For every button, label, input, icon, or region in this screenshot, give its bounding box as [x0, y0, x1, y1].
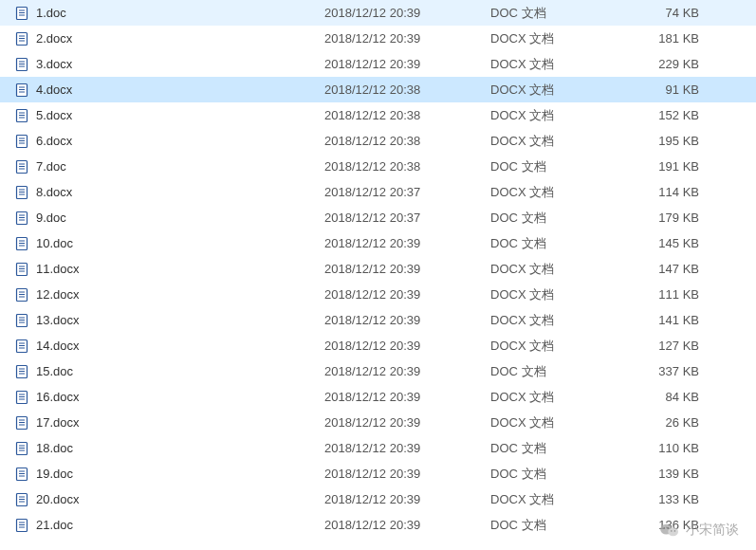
file-size: 179 KB [614, 211, 718, 225]
file-date: 2018/12/12 20:39 [324, 364, 490, 378]
file-name: 15.doc [32, 364, 324, 378]
file-row[interactable]: 5.docx2018/12/12 20:38DOCX 文档152 KB [0, 102, 756, 128]
file-type: DOCX 文档 [490, 82, 614, 99]
file-row[interactable]: 2.docx2018/12/12 20:39DOCX 文档181 KB [0, 26, 756, 51]
file-type: DOC 文档 [490, 210, 614, 227]
file-row[interactable]: 10.doc2018/12/12 20:39DOC 文档145 KB [0, 230, 756, 256]
file-row[interactable]: 15.doc2018/12/12 20:39DOC 文档337 KB [0, 358, 756, 384]
file-name: 13.docx [32, 313, 324, 327]
file-date: 2018/12/12 20:39 [324, 31, 490, 46]
file-list: 1.doc2018/12/12 20:39DOC 文档74 KB 2.docx2… [0, 0, 756, 538]
file-row[interactable]: 1.doc2018/12/12 20:39DOC 文档74 KB [0, 0, 756, 26]
file-type: DOC 文档 [490, 158, 614, 175]
file-row[interactable]: 6.docx2018/12/12 20:38DOCX 文档195 KB [0, 128, 756, 154]
file-size: 195 KB [614, 134, 718, 148]
file-name: 9.doc [32, 211, 324, 225]
file-type: DOCX 文档 [490, 133, 614, 150]
word-document-icon [11, 159, 32, 174]
watermark-text: 小宋简谈 [686, 522, 739, 539]
file-size: 84 KB [614, 390, 718, 404]
file-row[interactable]: 17.docx2018/12/12 20:39DOCX 文档26 KB [0, 410, 756, 435]
file-size: 133 KB [614, 492, 718, 506]
file-row[interactable]: 14.docx2018/12/12 20:39DOCX 文档127 KB [0, 333, 756, 358]
word-document-icon [11, 236, 32, 251]
file-size: 147 KB [614, 262, 718, 276]
svg-point-86 [663, 527, 665, 529]
file-date: 2018/12/12 20:38 [324, 82, 490, 97]
file-size: 111 KB [614, 287, 718, 302]
file-date: 2018/12/12 20:37 [324, 211, 490, 225]
file-row[interactable]: 11.docx2018/12/12 20:39DOCX 文档147 KB [0, 256, 756, 282]
file-size: 337 KB [614, 364, 718, 378]
file-type: DOCX 文档 [490, 491, 614, 508]
file-date: 2018/12/12 20:39 [324, 467, 490, 481]
file-type: DOCX 文档 [490, 261, 614, 278]
file-type: DOC 文档 [490, 363, 614, 380]
word-document-icon [11, 467, 32, 482]
word-document-icon [11, 6, 32, 21]
file-type: DOCX 文档 [490, 30, 614, 47]
file-date: 2018/12/12 20:39 [324, 262, 490, 276]
file-row[interactable]: 12.docx2018/12/12 20:39DOCX 文档111 KB [0, 282, 756, 307]
svg-point-87 [667, 527, 669, 529]
file-name: 4.docx [32, 82, 324, 97]
file-type: DOCX 文档 [490, 107, 614, 124]
file-row[interactable]: 7.doc2018/12/12 20:38DOC 文档191 KB [0, 154, 756, 179]
file-row[interactable]: 3.docx2018/12/12 20:39DOCX 文档229 KB [0, 51, 756, 77]
file-name: 19.doc [32, 467, 324, 481]
file-name: 17.docx [32, 415, 324, 430]
word-document-icon [11, 31, 32, 46]
word-document-icon [11, 415, 32, 431]
word-document-icon [11, 82, 32, 98]
svg-point-88 [671, 530, 672, 531]
file-row[interactable]: 18.doc2018/12/12 20:39DOC 文档110 KB [0, 435, 756, 461]
word-document-icon [11, 518, 32, 533]
file-date: 2018/12/12 20:39 [324, 518, 490, 532]
file-name: 8.docx [32, 185, 324, 199]
word-document-icon [11, 339, 32, 354]
file-date: 2018/12/12 20:38 [324, 108, 490, 122]
file-size: 145 KB [614, 236, 718, 250]
file-row[interactable]: 4.docx2018/12/12 20:38DOCX 文档91 KB [0, 77, 756, 102]
word-document-icon [11, 185, 32, 200]
file-date: 2018/12/12 20:39 [324, 313, 490, 327]
word-document-icon [11, 441, 32, 456]
svg-point-89 [674, 530, 675, 531]
file-date: 2018/12/12 20:39 [324, 6, 490, 20]
file-row[interactable]: 13.docx2018/12/12 20:39DOCX 文档141 KB [0, 307, 756, 333]
word-document-icon [11, 262, 32, 277]
file-size: 229 KB [614, 57, 718, 71]
file-size: 191 KB [614, 159, 718, 174]
file-size: 110 KB [614, 441, 718, 455]
file-date: 2018/12/12 20:39 [324, 390, 490, 404]
word-document-icon [11, 287, 32, 302]
svg-point-85 [668, 527, 678, 536]
wechat-icon [659, 522, 680, 539]
file-name: 21.doc [32, 518, 324, 532]
file-name: 6.docx [32, 134, 324, 148]
word-document-icon [11, 364, 32, 379]
file-name: 18.doc [32, 441, 324, 455]
file-row[interactable]: 9.doc2018/12/12 20:37DOC 文档179 KB [0, 205, 756, 230]
file-type: DOCX 文档 [490, 286, 614, 303]
file-name: 7.doc [32, 159, 324, 174]
file-date: 2018/12/12 20:38 [324, 134, 490, 148]
file-name: 11.docx [32, 262, 324, 276]
file-size: 127 KB [614, 339, 718, 353]
word-document-icon [11, 134, 32, 149]
file-type: DOCX 文档 [490, 389, 614, 406]
file-name: 5.docx [32, 108, 324, 122]
file-row[interactable]: 16.docx2018/12/12 20:39DOCX 文档84 KB [0, 384, 756, 410]
watermark: 小宋简谈 [659, 522, 739, 539]
file-size: 114 KB [614, 185, 718, 199]
file-type: DOC 文档 [490, 517, 614, 534]
file-name: 1.doc [32, 6, 324, 20]
file-row[interactable]: 19.doc2018/12/12 20:39DOC 文档139 KB [0, 461, 756, 486]
file-row[interactable]: 20.docx2018/12/12 20:39DOCX 文档133 KB [0, 486, 756, 512]
file-size: 26 KB [614, 415, 718, 430]
file-date: 2018/12/12 20:39 [324, 415, 490, 430]
file-row[interactable]: 8.docx2018/12/12 20:37DOCX 文档114 KB [0, 179, 756, 205]
file-row[interactable]: 21.doc2018/12/12 20:39DOC 文档136 KB [0, 512, 756, 538]
file-name: 14.docx [32, 339, 324, 353]
file-type: DOCX 文档 [490, 312, 614, 329]
